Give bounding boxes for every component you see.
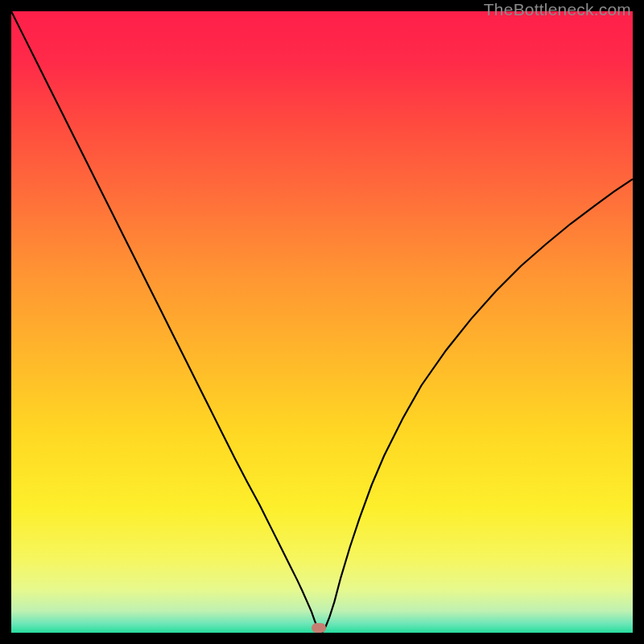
- watermark-text: TheBottleneck.com: [484, 0, 631, 19]
- optimum-marker: [312, 623, 326, 633]
- gradient-background: [11, 11, 633, 633]
- chart-frame: [11, 11, 633, 633]
- chart-plot: [11, 11, 633, 633]
